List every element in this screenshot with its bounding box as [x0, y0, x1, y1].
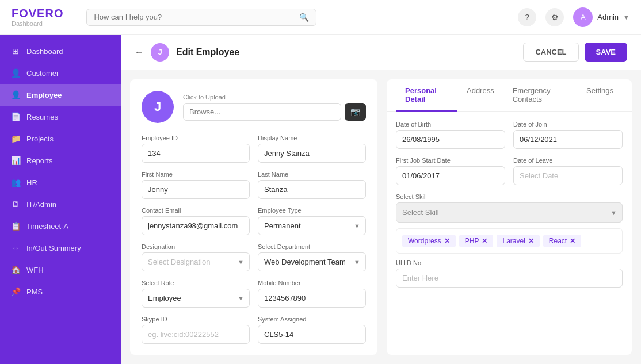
form-row-email-type: Contact Email Employee Type ▼ — [142, 207, 366, 235]
first-name-input[interactable] — [142, 180, 250, 199]
designation-label: Designation — [142, 243, 250, 250]
detail-group-firstjob: First Job Start Date — [396, 157, 505, 185]
tab-settings[interactable]: Settings — [577, 79, 623, 112]
department-select-wrap: ▼ — [258, 252, 366, 271]
tag-item: Laravel ✕ — [497, 235, 539, 247]
mobile-input[interactable] — [258, 289, 366, 308]
last-name-input[interactable] — [258, 180, 366, 199]
cancel-button[interactable]: CANCEL — [523, 43, 578, 62]
sidebar-item-customer[interactable]: 👤 Customer — [0, 62, 121, 84]
form-row-names: First Name Last Name — [142, 171, 366, 199]
sidebar-item-inout[interactable]: ↔ In/Out Summery — [0, 237, 121, 259]
designation-select-wrap: ▼ — [142, 252, 250, 271]
inout-icon: ↔ — [10, 243, 21, 253]
skill-select[interactable]: Select Skill — [396, 202, 623, 223]
content-area: ← J Edit Employee CANCEL SAVE J Click to… — [121, 35, 641, 364]
employee-id-label: Employee ID — [142, 135, 250, 141]
form-group-system: System Assigned — [258, 316, 366, 344]
sidebar-item-pms[interactable]: 📌 PMS — [0, 281, 121, 302]
save-button[interactable]: SAVE — [585, 43, 627, 62]
tag-close-button[interactable]: ✕ — [528, 237, 534, 245]
tab-personal-detail[interactable]: Personal Detail — [396, 79, 457, 112]
timesheet-icon: 📋 — [10, 221, 21, 231]
sidebar-item-label: In/Out Summery — [26, 244, 81, 252]
sidebar-item-employee[interactable]: 👤 Employee — [0, 84, 121, 106]
form-group-designation: Designation ▼ — [142, 243, 250, 271]
sidebar-item-dashboard[interactable]: ⊞ Dashboard — [0, 40, 121, 62]
detail-group-doj: Date of Join — [513, 121, 623, 149]
form-group-email: Contact Email — [142, 207, 250, 235]
detail-group-leave: Date of Leave — [513, 157, 623, 185]
search-input[interactable] — [94, 13, 299, 21]
employee-id-input[interactable] — [142, 144, 250, 163]
search-bar[interactable]: 🔍 — [86, 9, 316, 26]
sidebar-item-label: Dashboard — [26, 47, 63, 56]
sidebar-item-itadmin[interactable]: 🖥 IT/Admin — [0, 193, 121, 215]
itadmin-icon: 🖥 — [10, 199, 21, 209]
contact-email-input[interactable] — [142, 216, 250, 235]
sidebar-item-projects[interactable]: 📁 Projects — [0, 128, 121, 150]
role-select-wrap: ▼ — [142, 289, 250, 308]
designation-select[interactable] — [142, 252, 250, 271]
form-group-mobile: Mobile Number — [258, 279, 366, 308]
skype-input[interactable] — [142, 325, 250, 344]
form-group-role: Select Role ▼ — [142, 279, 250, 308]
tag-close-button[interactable]: ✕ — [570, 237, 575, 245]
help-icon[interactable]: ? — [518, 8, 536, 26]
settings-icon[interactable]: ⚙ — [545, 8, 564, 26]
resumes-icon: 📄 — [10, 112, 21, 122]
form-group-employee-type: Employee Type ▼ — [258, 207, 366, 235]
uhid-input[interactable] — [396, 269, 623, 288]
tags-row: Wordpress ✕ PHP ✕ Laravel ✕ React — [396, 228, 623, 254]
role-select[interactable] — [142, 289, 250, 308]
tag-item: PHP ✕ — [459, 235, 494, 247]
date-leave-input[interactable] — [513, 166, 623, 185]
tab-emergency-contacts[interactable]: Emergency Contacts — [503, 79, 577, 112]
sidebar-item-reports[interactable]: 📊 Reports — [0, 150, 121, 171]
upload-button[interactable]: 📷 — [345, 103, 366, 121]
role-label: Select Role — [142, 279, 250, 286]
display-name-input[interactable] — [258, 144, 366, 163]
pms-icon: 📌 — [10, 286, 21, 297]
form-group-display-name: Display Name — [258, 135, 366, 163]
tag-close-button[interactable]: ✕ — [482, 237, 487, 245]
top-nav: FOVERO Dashboard 🔍 ? ⚙ A Admin ▼ — [0, 0, 641, 35]
mobile-label: Mobile Number — [258, 279, 366, 286]
chevron-down-icon: ▼ — [623, 14, 629, 21]
upload-right: Click to Upload 📷 — [183, 94, 366, 121]
employee-type-select[interactable] — [258, 216, 366, 235]
main-layout: ⊞ Dashboard 👤 Customer 👤 Employee 📄 Resu… — [0, 35, 641, 364]
form-row-id-name: Employee ID Display Name — [142, 135, 366, 163]
system-input[interactable] — [258, 325, 366, 344]
firstjob-input[interactable] — [396, 166, 505, 185]
tag-label: Laravel — [502, 237, 525, 245]
sidebar-item-timesheet[interactable]: 📋 Timesheet-A — [0, 215, 121, 237]
page-avatar: J — [151, 43, 169, 62]
sidebar-item-label: PMS — [26, 288, 43, 296]
sidebar-item-label: WFH — [26, 266, 44, 274]
chevron-down-icon: ▼ — [611, 209, 617, 216]
browse-input[interactable] — [183, 103, 341, 121]
sidebar-item-wfh[interactable]: 🏠 WFH — [0, 259, 121, 281]
tab-address[interactable]: Address — [457, 79, 503, 112]
tag-label: PHP — [465, 237, 479, 245]
sidebar-item-label: IT/Admin — [26, 200, 56, 209]
sidebar-item-label: Projects — [26, 135, 54, 143]
department-select[interactable] — [258, 252, 366, 271]
detail-row-firstjob-leave: First Job Start Date Date of Leave — [396, 157, 623, 185]
dob-input[interactable] — [396, 130, 505, 149]
form-group-department: Select Department ▼ — [258, 243, 366, 271]
tag-close-button[interactable]: ✕ — [444, 237, 450, 245]
form-group-first-name: First Name — [142, 171, 250, 199]
tab-content-personal: Date of Birth Date of Join First Job Sta… — [387, 112, 632, 355]
sidebar-item-label: Employee — [26, 91, 62, 99]
skill-select-wrap: Select Skill ▼ — [396, 202, 623, 223]
back-button[interactable]: ← — [135, 47, 144, 58]
admin-avatar-wrap[interactable]: A Admin ▼ — [573, 7, 629, 27]
doj-label: Date of Join — [513, 121, 623, 128]
sidebar-item-resumes[interactable]: 📄 Resumes — [0, 106, 121, 128]
page-header-left: ← J Edit Employee — [135, 43, 239, 62]
sidebar-item-hr[interactable]: 👥 HR — [0, 171, 121, 193]
admin-name: Admin — [597, 13, 619, 21]
doj-input[interactable] — [513, 130, 623, 149]
